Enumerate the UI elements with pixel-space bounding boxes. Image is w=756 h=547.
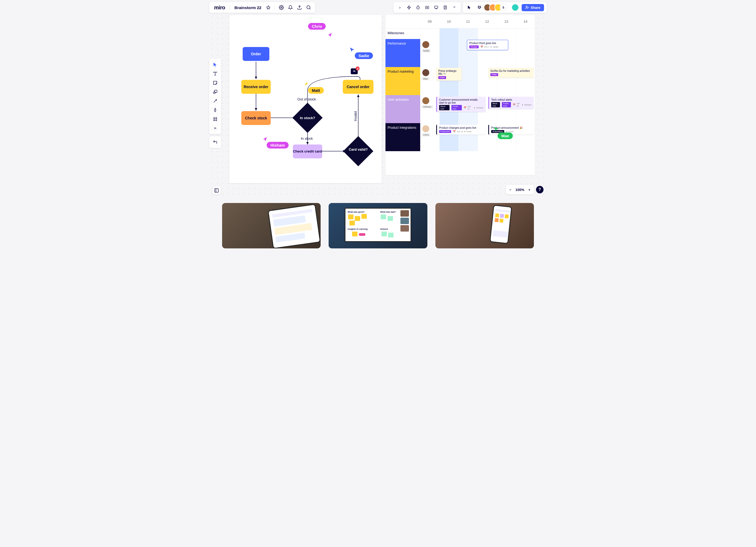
frames-panel-toggle[interactable] [212, 186, 221, 194]
marketing-row: What was good? What was bad? Insights & … [206, 196, 550, 255]
comment-count-badge: 3 [356, 66, 360, 70]
gantt-day-14: 14 [516, 15, 535, 28]
marketing-card-tablet[interactable] [222, 203, 321, 248]
node-in-stock-label: In stock? [296, 116, 320, 120]
cursor-mae-arrow [494, 126, 499, 132]
cursor-matt: Matt [308, 87, 324, 94]
gantt-day-11: 11 [458, 15, 478, 28]
cursor-hisham: Hisham [267, 142, 289, 148]
collab-panel: 5 Share [463, 2, 547, 13]
card-press-embargo[interactable]: Press embargo lifts 🕊️ PMM [436, 68, 462, 81]
marketing-card-phone[interactable] [435, 203, 534, 248]
avatar-mae-label: Mae [422, 77, 430, 80]
svg-rect-11 [435, 6, 438, 8]
search-icon[interactable] [305, 4, 312, 11]
cursor-chris: Chris [308, 23, 326, 30]
share-button[interactable]: Share [522, 4, 544, 11]
cursor-chris-arrow [328, 32, 333, 38]
gantt-row-product-marketing: Product marketing Mae Press embargo lift… [385, 67, 535, 95]
cursor-hisham-arrow [263, 136, 268, 142]
more-tools-icon[interactable] [451, 4, 458, 11]
board-name[interactable]: Brainstorm 22 [233, 5, 263, 10]
center-tools-panel: › [393, 2, 461, 13]
select-cursor-icon[interactable] [466, 4, 473, 11]
zoom-out-button[interactable]: − [508, 186, 513, 193]
svg-point-10 [427, 7, 428, 8]
svg-marker-0 [267, 6, 270, 9]
svg-rect-39 [215, 188, 218, 192]
timer-icon[interactable] [414, 4, 422, 11]
gantt-row-product-integrations: Product Integrations Chris Product chang… [385, 123, 535, 151]
gantt-day-13: 13 [497, 15, 516, 28]
share-label: Share [531, 6, 540, 10]
help-button[interactable]: ? [536, 186, 544, 193]
export-icon[interactable] [296, 4, 303, 11]
card-product-changes[interactable]: Product changes post goes live Front-end… [436, 125, 486, 135]
card-tech-rollout[interactable]: Tech rollout starts Back-endFront-end 📅J… [488, 97, 534, 109]
bolt-icon[interactable] [405, 4, 413, 11]
zoom-level[interactable]: 100% [515, 188, 524, 192]
notes-icon[interactable] [442, 4, 449, 11]
svg-point-3 [307, 6, 310, 9]
gantt-header: 09 10 11 12 13 14 [385, 15, 535, 28]
gantt-row-milestones: Milestones [385, 28, 535, 39]
comment-lines-icon [353, 70, 356, 73]
zoom-in-button[interactable]: + [527, 186, 532, 193]
current-user-avatar[interactable] [511, 4, 519, 11]
edge-label-out-of-stock: Out of stock [297, 97, 316, 101]
svg-marker-5 [407, 6, 411, 9]
avatar-sadie-label: Sadie [422, 49, 431, 52]
collapse-left-icon[interactable]: › [396, 4, 404, 11]
node-check-credit-card[interactable]: Check credit card [293, 144, 322, 158]
node-card-valid-label: Card valid? [346, 147, 370, 152]
avatar-chris[interactable] [422, 125, 429, 132]
gantt-day-12: 12 [478, 15, 497, 28]
edge-label-invalid: Invalid [353, 111, 357, 121]
avatar-mae[interactable] [422, 69, 429, 76]
flowchart-frame[interactable]: Order Receive order Check stock Check cr… [229, 15, 381, 183]
avatar-hisham[interactable] [422, 97, 429, 104]
board-header-panel: miro Brainstorm 22 [209, 2, 315, 13]
svg-line-4 [310, 8, 310, 9]
timeline-frame[interactable]: 09 10 11 12 13 14 Milestones Receive Per… [385, 15, 535, 175]
zoom-controls: − 100% + [506, 185, 534, 194]
marketing-card-meeting[interactable]: What was good? What was bad? Insights & … [329, 203, 427, 248]
collaborator-avatars[interactable]: 5 [486, 4, 507, 11]
card-product-hunt[interactable]: Product Hunt goes live Design 📅Oct 7 ●Sa… [467, 40, 508, 50]
edge-label-in-stock: In stock [301, 136, 313, 140]
star-icon[interactable] [265, 4, 272, 11]
miro-logo[interactable]: miro [212, 5, 227, 11]
card-customer-announce[interactable]: Customer announcement emails start to go… [436, 97, 486, 112]
node-receive-order[interactable]: Receive order [241, 80, 271, 94]
cursor-mae: Mae [498, 132, 513, 139]
bell-icon[interactable] [287, 4, 294, 11]
cursor-sadie: Sadie [355, 52, 373, 59]
svg-point-6 [417, 6, 420, 9]
cursor-sadie-arrow [349, 47, 355, 52]
settings-icon[interactable] [278, 4, 285, 11]
avatar-chris-label: Chris [422, 133, 430, 136]
card-go-no-go[interactable]: Go/No-Go for marketing activities PMM [488, 68, 534, 78]
avatar-hisham-label: Hisham [422, 105, 433, 108]
avatar-count[interactable]: 5 [500, 4, 507, 11]
gantt-day-09: 09 [420, 15, 439, 28]
gantt-day-10: 10 [439, 15, 459, 28]
node-cancel-order[interactable]: Cancel order [343, 80, 373, 94]
record-icon[interactable] [423, 4, 431, 11]
cursor-matt-arrow [304, 81, 309, 86]
svg-point-1 [281, 7, 282, 8]
reactions-icon[interactable] [476, 4, 483, 11]
gantt-row-user-activation: User activation Hisham Customer announce… [385, 95, 535, 123]
present-icon[interactable] [432, 4, 440, 11]
avatar-sadie[interactable] [422, 41, 429, 48]
gantt-row-performance: Performance Sadie Product Hunt goes live… [385, 39, 535, 67]
svg-point-18 [526, 6, 527, 7]
comment-thread[interactable]: 3 [351, 68, 358, 74]
node-order[interactable]: Order [243, 47, 269, 61]
node-check-stock[interactable]: Check stock [241, 111, 271, 125]
